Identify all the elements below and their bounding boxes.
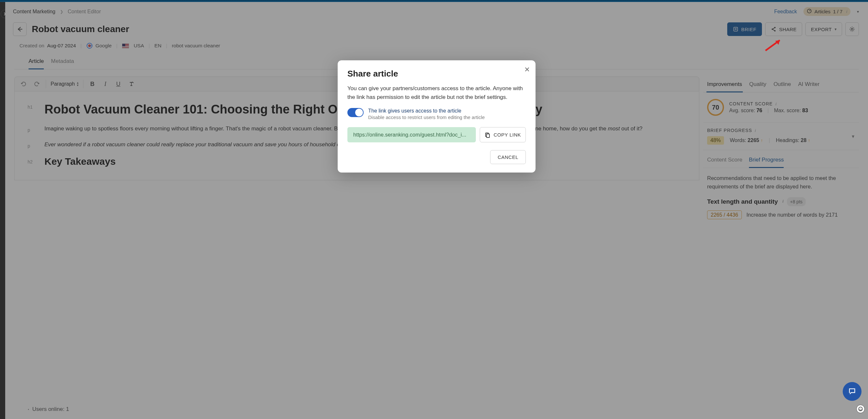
tab-article[interactable]: Article — [29, 55, 44, 69]
gutter-h2: h2 — [28, 156, 37, 167]
close-button[interactable] — [525, 66, 530, 74]
paragraph-selector[interactable]: Paragraph ▴▾ — [51, 81, 79, 87]
bold-button[interactable]: B — [88, 79, 97, 89]
gutter-h1: h1 — [28, 101, 37, 118]
share-modal: Share article You can give your partners… — [338, 60, 535, 172]
sb-tab-aiwriter[interactable]: AI Writer — [798, 78, 820, 92]
settings-button[interactable] — [845, 22, 859, 36]
chevron-down-icon: ▾ — [835, 27, 837, 31]
undo-button[interactable] — [19, 79, 28, 89]
help-widget[interactable] — [856, 405, 865, 413]
share-label: SHARE — [779, 27, 797, 32]
breadcrumb-content-marketing[interactable]: Content Marketing — [13, 9, 56, 14]
info-icon[interactable]: i — [782, 198, 783, 205]
modal-description: You can give your partners/customers acc… — [347, 84, 526, 101]
articles-counter[interactable]: Articles 1 / 7 i — [803, 7, 850, 16]
svg-point-18 — [861, 408, 862, 409]
content-score-label: CONTENT SCORE — [729, 101, 773, 106]
content-score-row: 70 CONTENT SCORE i Avg. score: 76 | Max.… — [703, 92, 859, 123]
sb-tab-improvements[interactable]: Improvements — [707, 78, 743, 92]
modal-title: Share article — [347, 69, 526, 79]
gutter-p: p — [28, 124, 37, 134]
italic-button[interactable]: I — [101, 79, 110, 89]
subtab-content-score[interactable]: Content Score — [707, 155, 742, 168]
share-link-box[interactable]: https://online.seranking.com/guest.html?… — [347, 127, 476, 142]
content-score-circle: 70 — [707, 99, 724, 116]
breadcrumb-content-editor[interactable]: Content Editor — [68, 9, 101, 14]
created-date: Aug-07 2024 — [47, 43, 76, 48]
articles-count: 1 / 7 — [833, 9, 842, 14]
svg-line-7 — [773, 28, 774, 29]
sb-tab-quality[interactable]: Quality — [749, 78, 767, 92]
points-badge: +8 pts — [787, 197, 806, 206]
info-icon[interactable]: i — [755, 128, 756, 133]
chevron-right-icon: ❯ — [60, 9, 63, 14]
share-button[interactable]: SHARE — [765, 22, 802, 36]
meta-row: Created on Aug-07 2024 | Google | USA | … — [5, 40, 868, 55]
country: USA — [134, 43, 144, 49]
users-online: Users online: 1 — [28, 406, 69, 413]
chevron-down-icon[interactable]: ▾ — [857, 9, 859, 14]
flag-icon — [122, 43, 129, 48]
articles-label: Articles — [814, 9, 830, 14]
created-on-label: Created on — [20, 43, 44, 48]
info-icon[interactable]: i — [776, 102, 777, 106]
keyword: robot vacuum cleaner — [172, 43, 220, 49]
search-engine: Google — [86, 42, 112, 49]
info-icon[interactable]: i — [846, 9, 847, 14]
sb-tab-outline[interactable]: Outline — [773, 78, 792, 92]
doc-heading-2[interactable]: Key Takeaways — [44, 156, 116, 167]
text-length-heading: Text length and quantity — [707, 197, 778, 206]
breadcrumb: Content Marketing ❯ Content Editor — [13, 9, 101, 14]
toggle-subtitle: Disable access to restrict users from ed… — [368, 115, 485, 120]
language: EN — [154, 43, 161, 49]
feedback-link[interactable]: Feedback — [774, 9, 797, 14]
svg-rect-1 — [734, 27, 738, 31]
brief-progress-row[interactable]: BRIEF PROGRESS i 48% Words: 2265 ↑ | Hea… — [703, 123, 859, 150]
brief-button[interactable]: BRIEF — [727, 22, 762, 36]
page-title: Robot vacuum cleaner — [32, 24, 129, 34]
chevron-down-icon[interactable]: ▾ — [852, 133, 855, 139]
gauge-icon — [807, 8, 812, 14]
subtab-brief-progress[interactable]: Brief Progress — [749, 155, 784, 168]
underline-button[interactable]: U — [114, 79, 123, 89]
export-label: EXPORT — [811, 27, 832, 32]
brief-percent: 48% — [707, 136, 724, 144]
chat-widget[interactable] — [843, 382, 862, 401]
toggle-title: The link gives users access to the artic… — [368, 108, 485, 114]
svg-rect-13 — [487, 134, 490, 137]
export-button[interactable]: EXPORT ▾ — [805, 22, 842, 36]
back-button[interactable] — [13, 22, 27, 36]
svg-point-17 — [860, 408, 860, 409]
redo-button[interactable] — [32, 79, 41, 89]
svg-line-8 — [773, 30, 774, 31]
left-nav-rail — [0, 2, 5, 419]
word-count-badge: 2265 / 4436 — [707, 211, 742, 219]
svg-point-9 — [851, 28, 853, 30]
cancel-button[interactable]: CANCEL — [490, 150, 526, 164]
brief-description: Recommendations that need to be applied … — [707, 174, 855, 191]
clear-format-button[interactable] — [127, 79, 136, 89]
access-toggle[interactable] — [347, 108, 364, 117]
gutter-p: p — [28, 140, 37, 150]
increase-words-text: Increase the number of words by 2171 — [746, 212, 838, 218]
copy-link-button[interactable]: COPY LINK — [480, 127, 526, 142]
brief-label: BRIEF — [741, 27, 756, 32]
tab-metadata[interactable]: Metadata — [51, 55, 74, 69]
